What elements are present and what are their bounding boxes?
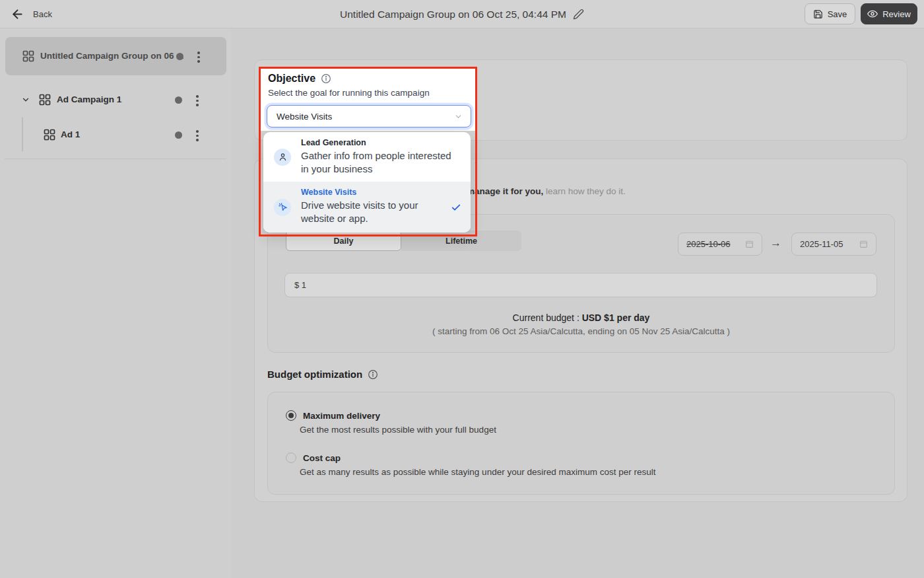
radio-description: Get as many results as possible while st… xyxy=(300,467,655,477)
kebab-menu-icon[interactable] xyxy=(193,92,201,109)
grid-icon xyxy=(22,50,34,62)
kebab-menu-icon[interactable] xyxy=(193,127,201,144)
eye-icon xyxy=(867,9,878,19)
person-icon xyxy=(274,149,291,166)
radio-cost-cap[interactable]: Cost cap xyxy=(286,452,341,463)
current-budget-line: Current budget : USD $1 per day xyxy=(267,312,895,323)
end-date-value: 2025-11-05 xyxy=(800,239,843,249)
sidebar-divider xyxy=(5,159,226,159)
option-website-visits[interactable]: Website Visits Drive website visits to y… xyxy=(263,182,471,233)
calendar-icon xyxy=(745,240,754,248)
radio-selected-icon xyxy=(286,410,296,421)
edit-pencil-icon[interactable] xyxy=(573,9,584,20)
status-dot xyxy=(175,96,182,104)
sidebar-item-ad[interactable]: Ad 1 xyxy=(0,124,231,145)
back-button[interactable]: Back xyxy=(11,0,52,28)
objective-select[interactable]: Website Visits xyxy=(267,105,471,127)
status-dot xyxy=(175,131,182,139)
objective-subtitle: Select the goal for running this campaig… xyxy=(268,88,430,98)
sidebar-item-campaign-group[interactable]: Untitled Campaign Group on 06 ... xyxy=(5,37,226,75)
review-button[interactable]: Review xyxy=(861,3,917,24)
kebab-menu-icon[interactable] xyxy=(195,49,203,65)
review-label: Review xyxy=(882,9,911,19)
page-title: Untitled Campaign Group on 06 Oct 25, 04… xyxy=(340,9,566,20)
info-icon[interactable] xyxy=(368,369,378,380)
objective-heading: Objective xyxy=(268,73,331,85)
option-description: Drive website visits to your website or … xyxy=(301,199,454,225)
sidebar-item-label: Ad 1 xyxy=(61,129,80,139)
sidebar-item-label: Ad Campaign 1 xyxy=(57,94,121,104)
chevron-down-icon[interactable] xyxy=(21,95,30,104)
option-title: Website Visits xyxy=(301,188,356,197)
sidebar-item-ad-campaign[interactable]: Ad Campaign 1 xyxy=(0,89,231,110)
start-date-value: 2025-10-06 xyxy=(686,239,731,249)
campaign-tree-sidebar: Untitled Campaign Group on 06 ... Ad Cam… xyxy=(0,28,231,578)
cursor-icon xyxy=(274,199,291,216)
save-label: Save xyxy=(828,9,847,19)
budget-optimization-heading: Budget optimization xyxy=(267,369,378,380)
objective-section: Objective Select the goal for running th… xyxy=(261,69,476,131)
option-description: Gather info from people interested in yo… xyxy=(301,149,454,176)
budget-helper-text: manage it for you, learn how they do it. xyxy=(467,186,626,196)
chevron-down-icon xyxy=(454,112,463,121)
budget-amount-value: $ 1 xyxy=(294,280,306,290)
end-date-field[interactable]: 2025-11-05 xyxy=(791,233,876,256)
save-button[interactable]: Save xyxy=(805,3,855,24)
tab-lifetime[interactable]: Lifetime xyxy=(401,231,521,251)
check-icon xyxy=(451,202,461,213)
radio-description: Get the most results possible with your … xyxy=(300,425,496,435)
back-label: Back xyxy=(33,9,52,19)
current-budget-range: ( starting from 06 Oct 25 Asia/Calcutta,… xyxy=(267,326,895,336)
radio-unselected-icon xyxy=(286,452,296,463)
grid-icon xyxy=(39,94,51,106)
option-title: Lead Generation xyxy=(301,138,366,147)
objective-select-value: Website Visits xyxy=(277,112,332,122)
budget-optimization-panel: Maximum delivery Get the most results po… xyxy=(267,392,895,495)
tab-daily[interactable]: Daily xyxy=(286,231,401,251)
objective-dropdown: Lead Generation Gather info from people … xyxy=(263,132,471,233)
radio-maximum-delivery[interactable]: Maximum delivery xyxy=(286,410,380,421)
budget-amount-input[interactable]: $ 1 xyxy=(284,273,877,297)
date-range-arrow-icon: → xyxy=(770,236,781,250)
learn-how-link[interactable]: learn how they do it. xyxy=(546,186,626,196)
option-lead-generation[interactable]: Lead Generation Gather info from people … xyxy=(263,132,471,182)
sidebar-item-label: Untitled Campaign Group on 06 ... xyxy=(40,51,184,61)
save-icon xyxy=(813,9,823,19)
grid-icon xyxy=(44,129,55,141)
info-icon[interactable] xyxy=(321,73,331,84)
back-arrow-icon xyxy=(11,7,24,21)
calendar-icon xyxy=(859,240,868,248)
status-dot xyxy=(176,53,183,60)
top-bar: Back Untitled Campaign Group on 06 Oct 2… xyxy=(0,0,924,28)
start-date-field[interactable]: 2025-10-06 xyxy=(678,233,762,256)
